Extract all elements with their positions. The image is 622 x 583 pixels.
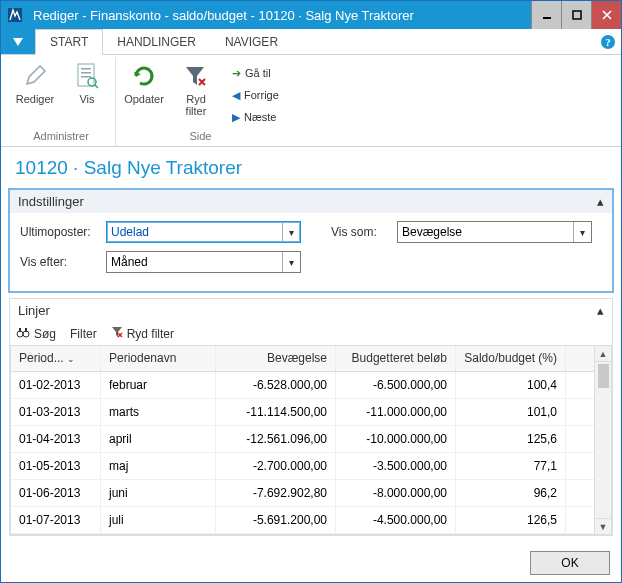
col-period[interactable]: Period... ⌄ xyxy=(11,346,101,371)
panel-linjer: Linjer ▴ Søg Filter Ryd filter Period...… xyxy=(9,298,613,536)
svg-text:?: ? xyxy=(605,36,611,48)
filter-button[interactable]: Filter xyxy=(70,327,97,341)
col-budgetteret[interactable]: Budgetteret beløb xyxy=(336,346,456,371)
ok-button[interactable]: OK xyxy=(530,551,610,575)
page-icon xyxy=(72,61,102,91)
table-row[interactable]: 01-02-2013februar-6.528.000,00-6.500.000… xyxy=(11,372,594,399)
panel-linjer-header[interactable]: Linjer ▴ xyxy=(10,299,612,322)
vertical-scrollbar[interactable]: ▲ ▼ xyxy=(595,345,612,535)
sort-icon: ⌄ xyxy=(67,354,75,364)
ribbon-tabs: START HANDLINGER NAVIGER ? xyxy=(1,29,621,55)
ultimoposter-select[interactable]: Udelad ▾ xyxy=(106,221,301,243)
collapse-icon: ▴ xyxy=(597,194,604,209)
arrow-right-icon: ➔ xyxy=(232,67,241,80)
svg-rect-13 xyxy=(25,328,27,332)
col-saldo-budget[interactable]: Saldo/budget (%) xyxy=(456,346,566,371)
table-row[interactable]: 01-03-2013marts-11.114.500,00-11.000.000… xyxy=(11,399,594,426)
table-row[interactable]: 01-06-2013juni-7.692.902,80-8.000.000,00… xyxy=(11,480,594,507)
svg-rect-5 xyxy=(78,64,94,86)
vis-som-label: Vis som: xyxy=(331,225,391,239)
tab-handlinger[interactable]: HANDLINGER xyxy=(103,29,211,54)
vis-efter-select[interactable]: Måned ▾ xyxy=(106,251,301,273)
svg-rect-12 xyxy=(19,328,21,332)
table-row[interactable]: 01-04-2013april-12.561.096,00-10.000.000… xyxy=(11,426,594,453)
ribbon: Rediger Vis Administrer Opdater Ryd filt… xyxy=(1,55,621,147)
arrow-left-icon: ◀ xyxy=(232,89,240,102)
maximize-button[interactable] xyxy=(561,1,591,29)
chevron-down-icon: ▾ xyxy=(282,252,300,272)
panel-indstillinger-header[interactable]: Indstillinger ▴ xyxy=(10,190,612,213)
app-icon xyxy=(1,1,29,29)
page-title: 10120 · Salg Nye Traktorer xyxy=(1,147,621,185)
group-side: Side xyxy=(189,128,211,146)
opdater-button[interactable]: Opdater xyxy=(122,61,166,105)
vis-button[interactable]: Vis xyxy=(65,61,109,105)
tab-naviger[interactable]: NAVIGER xyxy=(211,29,293,54)
naeste-button[interactable]: ▶Næste xyxy=(232,107,279,127)
vis-som-select[interactable]: Bevægelse ▾ xyxy=(397,221,592,243)
close-button[interactable] xyxy=(591,1,621,29)
group-administrer: Administrer xyxy=(33,128,89,146)
ryd-filter-button[interactable]: Ryd filter xyxy=(174,61,218,117)
funnel-clear-icon xyxy=(181,61,211,91)
vis-efter-label: Vis efter: xyxy=(20,255,100,269)
ryd-filter-line-button[interactable]: Ryd filter xyxy=(111,326,174,341)
rediger-button[interactable]: Rediger xyxy=(13,61,57,105)
arrow-right-blue-icon: ▶ xyxy=(232,111,240,124)
scroll-up-icon[interactable]: ▲ xyxy=(595,346,611,362)
data-grid: Period... ⌄ Periodenavn Bevægelse Budget… xyxy=(10,345,595,535)
col-bevaegelse[interactable]: Bevægelse xyxy=(216,346,336,371)
chevron-down-icon: ▾ xyxy=(282,222,300,242)
refresh-icon xyxy=(129,61,159,91)
table-row[interactable]: 01-05-2013maj-2.700.000,00-3.500.000,007… xyxy=(11,453,594,480)
help-icon[interactable]: ? xyxy=(595,29,621,54)
panel-indstillinger: Indstillinger ▴ Ultimoposter: Udelad ▾ V… xyxy=(9,189,613,292)
binoculars-icon xyxy=(16,326,30,341)
pencil-icon xyxy=(20,61,50,91)
scroll-thumb[interactable] xyxy=(598,364,609,388)
svg-rect-2 xyxy=(573,11,581,19)
minimize-button[interactable] xyxy=(531,1,561,29)
scroll-down-icon[interactable]: ▼ xyxy=(595,518,611,534)
window-title: Rediger - Finanskonto - saldo/budget - 1… xyxy=(29,8,531,23)
col-periodenavn[interactable]: Periodenavn xyxy=(101,346,216,371)
collapse-icon: ▴ xyxy=(597,303,604,318)
forrige-button[interactable]: ◀Forrige xyxy=(232,85,279,105)
title-bar: Rediger - Finanskonto - saldo/budget - 1… xyxy=(1,1,621,29)
ultimoposter-label: Ultimoposter: xyxy=(20,225,100,239)
tab-start[interactable]: START xyxy=(35,29,103,55)
sog-button[interactable]: Søg xyxy=(16,326,56,341)
svg-rect-7 xyxy=(81,72,91,74)
table-row[interactable]: 01-07-2013juli-5.691.200,00-4.500.000,00… xyxy=(11,507,594,534)
svg-rect-8 xyxy=(81,76,91,78)
svg-rect-6 xyxy=(81,68,91,70)
svg-rect-1 xyxy=(543,17,551,19)
funnel-clear-small-icon xyxy=(111,326,123,341)
file-tab[interactable] xyxy=(1,29,35,54)
chevron-down-icon: ▾ xyxy=(573,222,591,242)
ga-til-button[interactable]: ➔Gå til xyxy=(232,63,279,83)
